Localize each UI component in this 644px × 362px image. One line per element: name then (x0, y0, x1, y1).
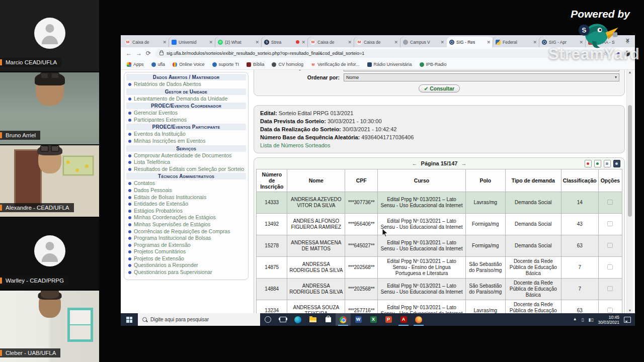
options-icon[interactable] (607, 243, 613, 248)
bookmark-item[interactable]: Apps (127, 62, 144, 67)
column-header[interactable]: Classificação (561, 169, 598, 192)
reload-icon[interactable]: ⟳ (146, 50, 151, 56)
consultar-button[interactable]: ✔ Consultar (419, 84, 460, 93)
start-button[interactable] (121, 313, 138, 326)
taskbar-clock[interactable]: 10:45 30/03/2021 (598, 315, 619, 325)
bookmark-item[interactable]: Rádio Universitária (367, 62, 412, 67)
menu-item-link[interactable]: Gerenciar Eventos (126, 110, 246, 117)
menu-item-link[interactable]: Minhas Coordenações de Estágios (126, 214, 246, 221)
excel-button[interactable]: X (366, 313, 381, 326)
scrollbar-thumb[interactable] (628, 105, 632, 217)
menu-item-link[interactable]: Programas de Extensão (126, 242, 246, 249)
menu-item-link[interactable]: Entidades de Extensão (126, 201, 246, 208)
options-icon[interactable] (607, 308, 613, 313)
bookmark-item[interactable]: Verificação de infor... (311, 62, 360, 67)
browser-tab[interactable]: Caixa de ✕ (123, 37, 169, 47)
action-center-icon[interactable] (624, 317, 631, 323)
tab-close-icon[interactable]: ✕ (163, 40, 167, 45)
scroll-down-icon[interactable]: ▼ (627, 309, 633, 312)
table-row[interactable]: 13492 ANDRES ALFONSO FIGUEROA RAMIREZ **… (257, 214, 622, 235)
menu-item-link[interactable]: Resultados de Editais com Seleção por So… (126, 166, 246, 173)
column-header[interactable]: Número de Inscrição (257, 169, 287, 192)
menu-item-link[interactable]: Editais de Bolsas Institucionais (126, 194, 246, 201)
acrobat-button[interactable]: A (396, 313, 411, 326)
battery-icon[interactable]: ▮▯ (589, 317, 594, 322)
word-button[interactable]: W (351, 313, 366, 326)
menu-item-link[interactable]: Programa Institucional de Bolsas (126, 235, 246, 242)
excel-export-icon[interactable] (594, 160, 601, 167)
bookmark-item[interactable]: Online Voice (173, 62, 205, 67)
doc-export-icon[interactable] (604, 160, 611, 167)
browser-tab[interactable]: Strea ✕ (262, 37, 308, 47)
menu-item-link[interactable]: Ocorrências de Requisições de Compras (126, 228, 246, 235)
menu-item-link[interactable]: Contatos (126, 180, 246, 187)
options-icon[interactable] (607, 200, 613, 205)
page-scrollbar[interactable]: ▲ ▼ (626, 70, 633, 326)
menu-item-link[interactable]: Minhas Supervisões de Estágios (126, 221, 246, 228)
menu-item-link[interactable]: Minhas Inscrições em Eventos (126, 138, 246, 145)
scroll-up-icon[interactable]: ▲ (627, 70, 633, 74)
menu-item-link[interactable]: Relatórios de Dados Abertos (126, 81, 246, 88)
menu-item-link[interactable]: Levantamento de Demanda da Unidade (126, 96, 246, 103)
tab-close-icon[interactable]: ✕ (348, 40, 352, 45)
back-icon[interactable]: ← (126, 50, 132, 56)
column-header[interactable]: Nome (287, 169, 345, 192)
browser-tab[interactable]: Caixa de ✕ (354, 37, 400, 47)
store-button[interactable] (320, 313, 336, 326)
task-view-button[interactable] (275, 313, 290, 326)
menu-item-link[interactable]: Lista Telefônica (126, 159, 246, 166)
column-header[interactable]: CPF (345, 169, 378, 192)
menu-item-link[interactable]: Projetos Comunitários (126, 248, 246, 255)
window-close-button[interactable]: ✕ (625, 37, 632, 44)
prev-page-arrow[interactable]: ← (412, 160, 418, 166)
column-header[interactable]: Polo (465, 169, 505, 192)
browser-tab[interactable]: Federal ✕ (493, 37, 539, 47)
options-icon[interactable] (607, 286, 613, 291)
pdf-export-icon[interactable] (585, 160, 592, 167)
order-by-select[interactable]: Nome ▾ (344, 73, 619, 81)
tab-close-icon[interactable]: ✕ (394, 40, 398, 45)
browser-tab[interactable]: Campus V ✕ (400, 37, 447, 47)
sorted-numbers-link[interactable]: Lista de Números Sorteados (260, 141, 618, 149)
powerpoint-button[interactable]: P (381, 313, 396, 326)
bookmark-item[interactable]: CV homolog (272, 62, 303, 67)
menu-item-link[interactable]: Questionários a Responder (126, 262, 246, 269)
browser-tab[interactable]: SIG - Res ✕ (447, 37, 493, 47)
table-row[interactable]: 14333 ANDREISA AZEVEDO VITOR DA SILVA **… (257, 192, 622, 214)
menu-item-link[interactable]: Estágios Probatórios (126, 208, 246, 215)
table-row[interactable]: 14884 ANDRESSA RODRIGUES DA SILVA ***202… (257, 279, 622, 300)
bookmark-item[interactable]: Bíblia (247, 62, 265, 67)
tab-close-icon[interactable]: ✕ (301, 40, 305, 45)
menu-item-link[interactable]: Projetos de Extensão (126, 255, 246, 262)
forward-icon[interactable]: → (136, 50, 142, 56)
options-icon[interactable] (607, 221, 613, 226)
menu-item-link[interactable]: Eventos da Instituição (126, 131, 246, 138)
cortana-button[interactable] (260, 313, 275, 326)
bookmark-item[interactable]: IPB-Radio (420, 62, 447, 67)
tab-close-icon[interactable]: ✕ (533, 40, 537, 45)
next-page-arrow[interactable]: → (461, 160, 466, 166)
column-header[interactable]: Curso (378, 169, 465, 192)
menu-item-link[interactable]: Participantes Externos (126, 117, 246, 124)
tab-close-icon[interactable]: ✕ (255, 40, 259, 45)
column-header[interactable]: Tipo de demanda (505, 169, 561, 192)
bookmark-item[interactable]: ufla (151, 62, 166, 67)
demand-type-select[interactable]: Todos ▾ (344, 70, 619, 71)
chrome-button[interactable] (336, 313, 351, 326)
table-row[interactable]: 14875 ANDRESSA RODRIGUES DA SILVA ***202… (257, 257, 622, 279)
device-icon[interactable]: ▯ (582, 317, 584, 322)
table-row[interactable]: 15278 ANDRESSA MACENA DE MATTOS ***64502… (257, 235, 622, 257)
tray-expand-icon[interactable]: ▲ (573, 317, 577, 321)
edge-button[interactable] (290, 313, 305, 326)
browser-tab[interactable]: Universid ✕ (169, 37, 215, 47)
file-explorer-button[interactable] (305, 313, 320, 326)
tab-close-icon[interactable]: ✕ (487, 40, 491, 45)
bookmark-item[interactable]: suporte TI (212, 62, 239, 67)
print-export-icon[interactable] (613, 160, 620, 167)
browser-tab[interactable]: Caixa de ✕ (308, 37, 354, 47)
menu-item-link[interactable]: Comprovar Autenticidade de Documentos (126, 152, 246, 159)
menu-item-link[interactable]: Questionários para Supervisionar (126, 269, 246, 276)
tab-close-icon[interactable]: ✕ (209, 40, 213, 45)
menu-item-link[interactable]: Dados Pessoais (126, 187, 246, 194)
firefox-button[interactable] (411, 313, 426, 326)
